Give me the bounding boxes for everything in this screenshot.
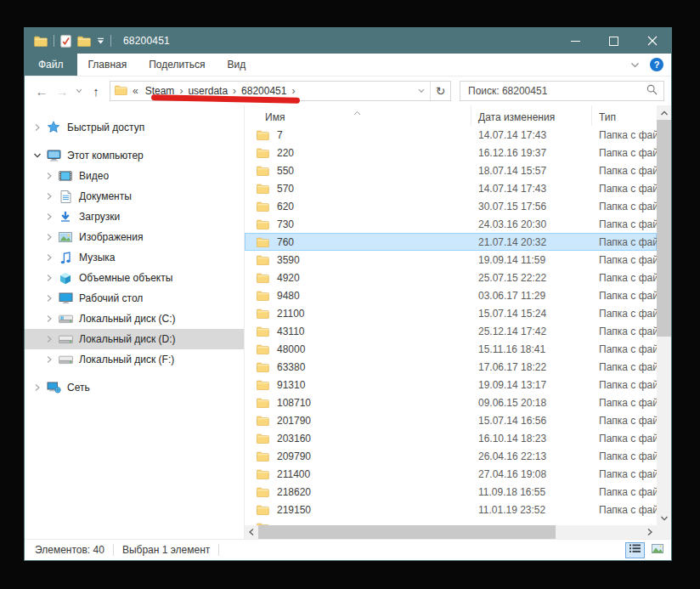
new-folder-icon[interactable]: [77, 36, 91, 47]
breadcrumb-overflow-chevrons[interactable]: «: [133, 85, 138, 97]
close-button[interactable]: [633, 28, 671, 54]
tab-share[interactable]: Поделиться: [138, 54, 216, 76]
file-row[interactable]: 760 21.07.14 20:32 Папка с файлами: [245, 233, 657, 251]
search-input[interactable]: [466, 84, 646, 98]
scroll-right-icon[interactable]: [643, 525, 657, 539]
up-button[interactable]: ↑: [86, 84, 106, 99]
file-row[interactable]: 211400 27.04.16 19:08 Папка с файлами: [245, 465, 657, 483]
scroll-up-icon[interactable]: [657, 105, 671, 120]
properties-check-icon[interactable]: [60, 35, 71, 48]
sidebar-item-label: Сеть: [67, 382, 90, 394]
sidebar-item-quick-access[interactable]: Быстрый доступ: [25, 117, 244, 138]
sidebar-item-desktop[interactable]: Рабочий стол: [25, 288, 244, 309]
qat-dropdown-icon[interactable]: [97, 37, 104, 45]
expander-chevron-icon[interactable]: [31, 383, 43, 392]
maximize-button[interactable]: [595, 28, 633, 54]
expander-chevron-icon[interactable]: [43, 294, 55, 303]
scroll-left-icon[interactable]: [245, 525, 258, 539]
expander-chevron-icon[interactable]: [43, 355, 55, 364]
sidebar-item-disk-c[interactable]: Локальный диск (C:): [25, 309, 244, 329]
horizontal-scroll-thumb[interactable]: [258, 525, 556, 539]
selection-label: Выбран 1 элемент: [122, 544, 210, 556]
file-row[interactable]: 218620 11.09.18 16:55 Папка с файлами: [245, 483, 657, 501]
breadcrumb-item[interactable]: 68200451: [238, 85, 290, 97]
file-row[interactable]: 201790 15.07.14 16:56 Папка с файлами: [245, 411, 657, 429]
file-row[interactable]: 21100 15.07.14 15:24 Папка с файлами: [245, 304, 657, 322]
sidebar-item-label: Быстрый доступ: [67, 122, 144, 133]
file-row[interactable]: 203160 16.10.14 18:23 Папка с файлами: [245, 429, 657, 447]
expander-chevron-icon[interactable]: [43, 233, 55, 241]
sidebar-item-disk-d[interactable]: Локальный диск (D:): [25, 329, 244, 349]
file-row[interactable]: 91310 19.09.14 13:17 Папка с файлами: [245, 376, 657, 394]
sidebar-item-disk-f[interactable]: Локальный диск (F:): [25, 349, 244, 370]
file-row[interactable]: 620 30.07.15 17:56 Папка с файлами: [245, 197, 657, 215]
vertical-scrollbar[interactable]: [657, 105, 671, 539]
ribbon-expand-chevron-icon[interactable]: [630, 57, 640, 72]
thumbnails-view-button[interactable]: [647, 542, 667, 558]
tab-file[interactable]: Файл: [25, 54, 77, 76]
address-dropdown-chevron-icon[interactable]: [413, 82, 430, 100]
sidebar-item-videos[interactable]: Видео: [25, 166, 244, 186]
file-row[interactable]: 7 14.07.14 17:43 Папка с файлами: [245, 126, 657, 144]
expander-chevron-icon[interactable]: [43, 274, 55, 282]
sidebar-item-music[interactable]: Музыка: [25, 247, 244, 268]
file-row[interactable]: 209790 26.04.16 22:13 Папка с файлами: [245, 447, 657, 465]
scroll-down-icon[interactable]: [657, 511, 671, 525]
expander-chevron-icon[interactable]: [43, 253, 55, 262]
help-icon[interactable]: ?: [650, 58, 663, 71]
file-row[interactable]: 219150 11.01.19 23:52 Папка с файлами: [245, 501, 657, 518]
file-name: 4920: [277, 272, 300, 284]
file-row[interactable]: 108710 09.06.15 20:18 Папка с файлами: [245, 394, 657, 411]
folder-icon: [257, 416, 269, 426]
file-row[interactable]: 9480 03.06.17 11:29 Папка с файлами: [245, 286, 657, 304]
file-row[interactable]: [245, 518, 657, 525]
vertical-scroll-track[interactable]: [657, 337, 671, 511]
tab-home[interactable]: Главная: [77, 54, 138, 76]
forward-button[interactable]: →: [52, 85, 72, 98]
file-modified-date: 27.04.16 19:08: [471, 468, 592, 480]
sidebar-item-network[interactable]: Сеть: [25, 377, 244, 398]
expander-chevron-icon[interactable]: [43, 314, 55, 323]
sidebar-item-pictures[interactable]: Изображения: [25, 227, 244, 247]
expander-chevron-icon[interactable]: [43, 192, 55, 201]
sidebar-item-downloads[interactable]: Загрузки: [25, 207, 244, 227]
expander-chevron-icon[interactable]: [43, 212, 55, 221]
explorer-folder-icon[interactable]: [34, 36, 48, 47]
expander-chevron-icon[interactable]: [31, 152, 43, 159]
file-row[interactable]: 220 16.12.16 19:37 Папка с файлами: [245, 144, 657, 161]
expander-chevron-icon[interactable]: [43, 172, 55, 180]
breadcrumb-chevron-icon[interactable]: ›: [231, 85, 238, 97]
tab-view[interactable]: Вид: [216, 54, 257, 76]
file-row[interactable]: 570 14.07.14 17:43 Папка с файлами: [245, 179, 657, 197]
file-row[interactable]: 43110 25.12.14 17:42 Папка с файлами: [245, 322, 657, 340]
column-header-type[interactable]: Тип: [592, 105, 657, 126]
breadcrumb-chevron-icon[interactable]: ›: [290, 85, 296, 97]
file-row[interactable]: 4920 25.07.15 22:22 Папка с файлами: [245, 269, 657, 286]
file-type: Папка с файлами: [592, 236, 657, 248]
horizontal-scrollbar[interactable]: [245, 525, 657, 539]
sidebar-item-this-pc[interactable]: Этот компьютер: [25, 145, 244, 166]
refresh-icon[interactable]: ↻: [430, 82, 450, 100]
folder-icon: [257, 344, 269, 354]
file-row[interactable]: 48000 15.11.16 18:41 Папка с файлами: [245, 340, 657, 358]
file-row[interactable]: 3590 19.09.14 11:59 Папка с файлами: [245, 251, 657, 269]
recent-locations-chevron-icon[interactable]: [72, 88, 86, 93]
details-view-button[interactable]: [625, 542, 645, 558]
file-modified-date: 21.07.14 20:32: [471, 236, 592, 248]
sidebar-item-3d-objects[interactable]: Объемные объекты: [25, 268, 244, 288]
file-name: 620: [277, 201, 294, 212]
minimize-button[interactable]: [556, 28, 595, 54]
file-type: Папка с файлами: [592, 183, 657, 195]
file-name: 203160: [277, 433, 311, 445]
column-header-modified[interactable]: Дата изменения: [471, 105, 592, 126]
vertical-scroll-thumb[interactable]: [657, 120, 671, 337]
file-row[interactable]: 63380 17.06.17 18:22 Папка с файлами: [245, 358, 657, 376]
sidebar-item-documents[interactable]: Документы: [25, 186, 244, 207]
file-row[interactable]: 550 18.07.14 15:57 Папка с файлами: [245, 161, 657, 179]
file-row[interactable]: 730 24.03.16 20:30 Папка с файлами: [245, 215, 657, 233]
file-modified-date: 19.09.14 13:17: [471, 379, 592, 391]
expander-chevron-icon[interactable]: [31, 123, 43, 132]
folder-icon: [257, 201, 269, 212]
expander-chevron-icon[interactable]: [43, 335, 55, 343]
back-button[interactable]: ←: [31, 85, 52, 98]
